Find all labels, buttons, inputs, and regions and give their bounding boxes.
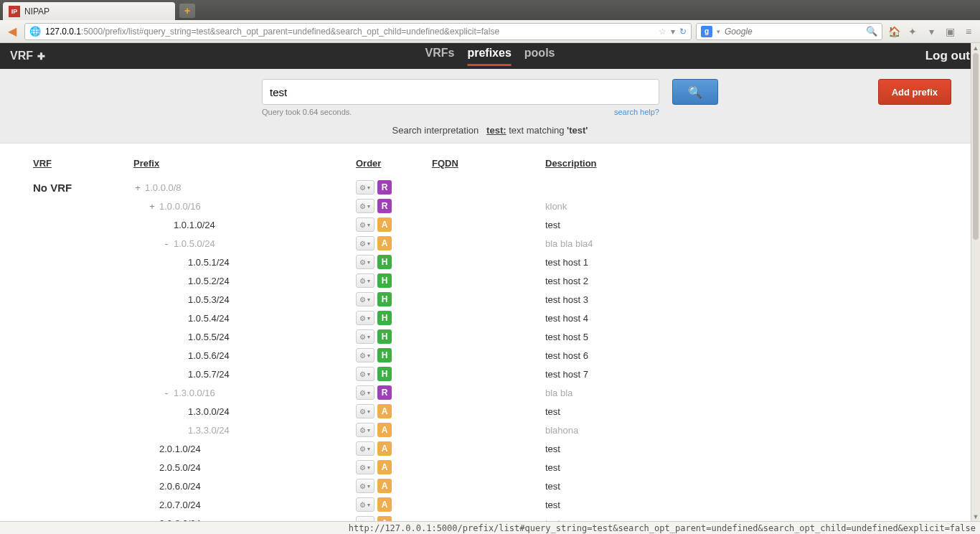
expand-icon[interactable]: + <box>133 182 142 193</box>
prefix-search-input[interactable] <box>262 79 659 105</box>
status-bar: http://127.0.0.1:5000/prefix/list#query_… <box>0 521 980 534</box>
cell-prefix[interactable]: 2.0.1.0/24 <box>133 444 356 454</box>
scroll-thumb[interactable] <box>973 53 979 240</box>
header-order[interactable]: Order <box>356 158 432 169</box>
table-row: -1.3.0.0/16⚙▼Rbla bla <box>33 383 947 402</box>
gear-button[interactable]: ⚙▼ <box>356 348 374 362</box>
collapse-icon[interactable]: - <box>162 388 171 398</box>
cell-prefix[interactable]: 1.3.3.0/24 <box>133 425 356 436</box>
gear-button[interactable]: ⚙▼ <box>356 255 374 269</box>
cell-prefix[interactable]: +1.0.0.0/8 <box>133 182 356 193</box>
nav-vrfs[interactable]: VRFs <box>425 47 455 66</box>
logout-link[interactable]: Log out <box>925 49 970 63</box>
gear-button[interactable]: ⚙▼ <box>356 367 374 381</box>
gear-button[interactable]: ⚙▼ <box>356 311 374 325</box>
scrollbar[interactable]: ▲ ▼ <box>971 43 980 521</box>
search-interpretation: Search interpretation test: text matchin… <box>0 125 980 136</box>
scroll-down-icon[interactable]: ▼ <box>971 512 980 521</box>
add-prefix-button[interactable]: Add prefix <box>878 79 951 105</box>
table-row: 1.3.3.0/24⚙▼Ablahona <box>33 421 947 439</box>
browser-search-bar[interactable]: g ▾ 🔍 <box>696 23 882 40</box>
cell-prefix[interactable]: 1.0.5.4/24 <box>133 313 356 324</box>
cell-prefix[interactable]: 1.0.5.1/24 <box>133 257 356 268</box>
back-button[interactable]: ◀ <box>4 24 20 39</box>
gear-button[interactable]: ⚙▼ <box>356 423 374 437</box>
header-vrf[interactable]: VRF <box>33 158 133 169</box>
menu-icon[interactable]: ≡ <box>961 24 976 39</box>
cell-prefix[interactable]: -1.3.0.0/16 <box>133 388 356 398</box>
cell-prefix[interactable]: 2.0.6.0/24 <box>133 481 356 492</box>
gear-button[interactable]: ⚙▼ <box>356 292 374 306</box>
cell-description: test host 4 <box>545 313 947 324</box>
toolbar-dropdown-icon[interactable]: ▾ <box>924 24 938 39</box>
interp-term[interactable]: test: <box>486 125 506 136</box>
url-dropdown-icon[interactable]: ▾ <box>671 27 675 37</box>
cell-order: ⚙▼A <box>356 217 432 232</box>
gear-button[interactable]: ⚙▼ <box>356 404 374 418</box>
cell-prefix[interactable]: 2.0.7.0/24 <box>133 500 356 510</box>
bookmark-icon[interactable]: ☆ <box>659 27 666 37</box>
cell-prefix[interactable]: 1.0.5.5/24 <box>133 332 356 342</box>
cell-prefix[interactable]: 2.0.5.0/24 <box>133 462 356 473</box>
gear-button[interactable]: ⚙▼ <box>356 460 374 474</box>
cell-prefix[interactable]: +1.0.0.0/16 <box>133 201 356 212</box>
reload-icon[interactable]: ↻ <box>679 27 687 37</box>
cell-prefix[interactable]: 1.0.5.7/24 <box>133 369 356 380</box>
prefix-text: 1.0.1.0/24 <box>174 220 215 230</box>
header-fqdn[interactable]: FQDN <box>432 158 545 169</box>
search-button[interactable]: 🔍 <box>672 79 718 105</box>
type-badge-a: A <box>377 404 392 418</box>
gear-button[interactable]: ⚙▼ <box>356 441 374 456</box>
gear-button[interactable]: ⚙▼ <box>356 385 374 400</box>
nav-pools[interactable]: pools <box>524 47 555 66</box>
vrf-add-button[interactable]: VRF ✚ <box>10 50 45 62</box>
browser-search-input[interactable] <box>725 27 862 37</box>
prefix-text: 1.3.3.0/24 <box>188 425 230 436</box>
table-row: 1.0.5.2/24⚙▼Htest host 2 <box>33 271 947 290</box>
gear-button[interactable]: ⚙▼ <box>356 329 374 344</box>
cell-prefix[interactable]: 1.0.5.2/24 <box>133 276 356 286</box>
cell-prefix[interactable]: -1.0.5.0/24 <box>133 238 356 249</box>
header-prefix[interactable]: Prefix <box>133 158 356 169</box>
gear-button[interactable]: ⚙▼ <box>356 273 374 288</box>
browser-tab[interactable]: IP NIPAP <box>3 2 175 20</box>
collapse-icon[interactable]: - <box>162 238 171 249</box>
gear-button[interactable]: ⚙▼ <box>356 217 374 232</box>
type-badge-a: A <box>377 497 392 512</box>
search-help-link[interactable]: search help? <box>614 108 659 116</box>
chevron-down-icon: ▼ <box>367 297 372 302</box>
gear-button[interactable]: ⚙▼ <box>356 236 374 250</box>
table-row: 1.0.5.1/24⚙▼Htest host 1 <box>33 253 947 271</box>
url-path: :5000/prefix/list#query_string=test&sear… <box>81 27 499 37</box>
gear-icon: ⚙ <box>359 445 366 453</box>
cell-prefix[interactable]: 1.3.0.0/24 <box>133 406 356 417</box>
cell-order: ⚙▼A <box>356 441 432 456</box>
gear-button[interactable]: ⚙▼ <box>356 497 374 512</box>
scroll-up-icon[interactable]: ▲ <box>971 43 980 52</box>
search-icon[interactable]: 🔍 <box>866 26 877 37</box>
cell-description: test host 2 <box>545 276 947 286</box>
url-bar[interactable]: 🌐 127.0.0.1:5000/prefix/list#query_strin… <box>24 23 692 40</box>
cell-prefix[interactable]: 1.0.5.6/24 <box>133 350 356 361</box>
search-engine-dropdown-icon[interactable]: ▾ <box>717 28 720 35</box>
toolbar-icon-1[interactable]: ✦ <box>905 24 920 39</box>
chevron-down-icon: ▼ <box>367 204 372 209</box>
home-icon[interactable]: 🏠 <box>887 24 901 39</box>
gear-button[interactable]: ⚙▼ <box>356 199 374 213</box>
gear-button[interactable]: ⚙▼ <box>356 479 374 493</box>
expand-icon[interactable]: + <box>148 201 156 212</box>
cell-prefix[interactable]: 1.0.5.3/24 <box>133 294 356 305</box>
header-description[interactable]: Description <box>545 158 947 169</box>
gear-icon: ⚙ <box>359 296 366 304</box>
cell-prefix[interactable]: 1.0.1.0/24 <box>133 220 356 230</box>
cell-description: klonk <box>545 201 947 212</box>
gear-icon: ⚙ <box>359 352 366 360</box>
type-badge-a: A <box>377 441 392 456</box>
android-icon[interactable]: ▣ <box>943 24 957 39</box>
nav-prefixes[interactable]: prefixes <box>467 47 511 66</box>
cell-description: test <box>545 220 947 230</box>
chevron-down-icon: ▼ <box>367 372 372 377</box>
gear-button[interactable]: ⚙▼ <box>356 180 374 195</box>
chevron-down-icon: ▼ <box>367 353 372 358</box>
new-tab-button[interactable]: + <box>179 4 195 18</box>
